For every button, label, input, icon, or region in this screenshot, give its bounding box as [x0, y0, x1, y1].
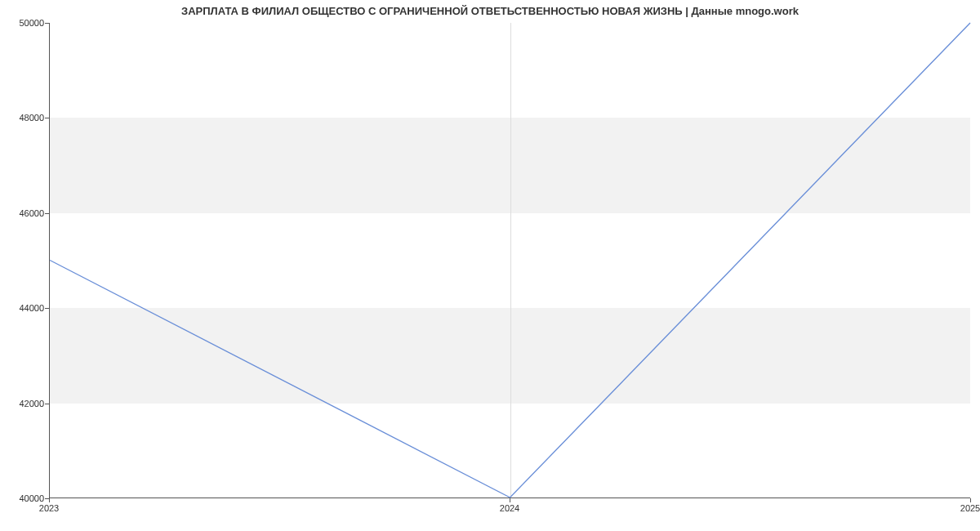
- data-line: [50, 23, 970, 498]
- chart-title: ЗАРПЛАТА В ФИЛИАЛ ОБЩЕСТВО С ОГРАНИЧЕННО…: [0, 5, 980, 17]
- x-tick: [510, 498, 510, 502]
- x-tick-label: 2023: [39, 503, 59, 513]
- y-tick-label: 40000: [3, 493, 44, 503]
- x-tick: [49, 498, 50, 502]
- x-tick: [970, 498, 971, 502]
- y-tick-label: 50000: [3, 18, 44, 28]
- y-tick-label: 48000: [3, 113, 44, 123]
- x-tick-label: 2024: [500, 503, 519, 513]
- y-tick-label: 42000: [3, 399, 44, 408]
- x-tick-label: 2025: [960, 503, 980, 513]
- line-chart: ЗАРПЛАТА В ФИЛИАЛ ОБЩЕСТВО С ОГРАНИЧЕННО…: [0, 0, 980, 531]
- plot-area: [49, 23, 970, 498]
- y-tick-label: 44000: [3, 303, 44, 313]
- y-tick-label: 46000: [3, 208, 44, 218]
